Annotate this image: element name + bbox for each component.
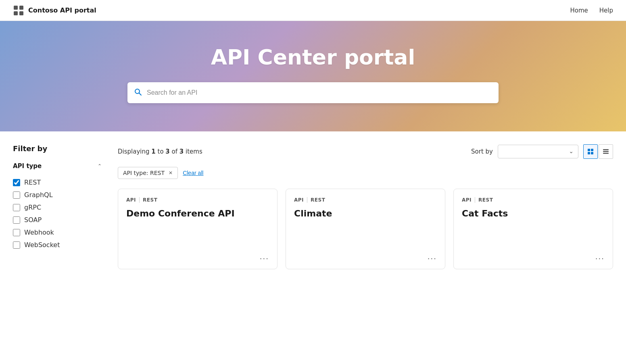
sort-label: Sort by: [471, 148, 493, 155]
api-card-catfacts-meta2: REST: [478, 197, 493, 203]
checkbox-soap[interactable]: [13, 216, 20, 224]
checkbox-webhook[interactable]: [13, 229, 20, 236]
results-to: 3: [165, 148, 169, 155]
api-card-catfacts-name: Cat Facts: [462, 208, 605, 248]
api-card-climate-meta2: REST: [311, 197, 325, 203]
filter-graphql[interactable]: GraphQL: [13, 191, 102, 199]
api-card-demo-name: Demo Conference API: [126, 208, 269, 248]
api-card-climate-footer: ...: [294, 248, 437, 261]
sort-select-wrapper: Name (A-Z) Name (Z-A) Newest Oldest: [498, 145, 578, 158]
grid-view-button[interactable]: [583, 144, 598, 159]
api-type-header: API type ⌃: [13, 162, 102, 173]
results-of-label: of: [172, 148, 179, 155]
api-card-climate[interactable]: API REST Climate ...: [286, 189, 445, 269]
brand-name: Contoso API portal: [28, 6, 96, 14]
api-card-catfacts-footer: ...: [462, 248, 605, 261]
svg-rect-6: [588, 149, 590, 151]
top-nav: Contoso API portal Home Help: [0, 0, 626, 21]
brand-icon: [13, 5, 24, 16]
api-card-catfacts-meta1: API: [462, 197, 472, 203]
collapse-icon[interactable]: ⌃: [98, 163, 102, 169]
nav-home[interactable]: Home: [570, 7, 588, 14]
results-header: Displaying 1 to 3 of 3 items Sort by Nam…: [118, 144, 613, 159]
api-card-demo-meta1: API: [126, 197, 136, 203]
checkbox-rest[interactable]: [13, 179, 20, 186]
search-icon: [134, 88, 142, 98]
filter-rest-label: REST: [24, 179, 41, 186]
filter-graphql-label: GraphQL: [24, 191, 53, 199]
svg-rect-9: [591, 152, 593, 154]
api-card-climate-divider: [307, 197, 307, 203]
checkbox-graphql[interactable]: [13, 191, 20, 199]
api-card-climate-menu[interactable]: ...: [428, 252, 437, 261]
search-box: [127, 82, 499, 103]
filter-tag-rest-label: API type: REST: [123, 170, 165, 176]
results-from: 1: [151, 148, 155, 155]
api-card-demo-menu[interactable]: ...: [260, 252, 269, 261]
api-card-demo-footer: ...: [126, 248, 269, 261]
api-type-title: API type: [13, 162, 42, 170]
svg-rect-2: [14, 11, 18, 15]
grid-view-icon: [587, 148, 594, 155]
filter-rest[interactable]: REST: [13, 179, 102, 186]
checkbox-websocket[interactable]: [13, 241, 20, 249]
svg-rect-7: [591, 149, 593, 151]
filter-tag-rest-close[interactable]: ✕: [169, 170, 173, 176]
api-cards-grid: API REST Demo Conference API ... API RES…: [118, 189, 613, 269]
sort-area: Sort by Name (A-Z) Name (Z-A) Newest Old…: [471, 144, 613, 159]
search-input[interactable]: [147, 89, 492, 96]
active-filters: API type: REST ✕ Clear all: [118, 167, 613, 179]
filter-webhook-label: Webhook: [24, 229, 54, 236]
sidebar: Filter by API type ⌃ REST GraphQL gRPC: [13, 144, 102, 249]
api-card-catfacts-meta: API REST: [462, 197, 605, 203]
api-card-climate-meta: API REST: [294, 197, 437, 203]
api-card-climate-name: Climate: [294, 208, 437, 248]
results-to-label: to: [158, 148, 166, 155]
hero-banner: API Center portal: [0, 21, 626, 131]
filter-tag-rest: API type: REST ✕: [118, 167, 178, 179]
filter-grpc[interactable]: gRPC: [13, 204, 102, 211]
checkbox-grpc[interactable]: [13, 204, 20, 211]
main-content: Filter by API type ⌃ REST GraphQL gRPC: [0, 131, 626, 282]
results-count: Displaying 1 to 3 of 3 items: [118, 148, 202, 155]
results-area: Displaying 1 to 3 of 3 items Sort by Nam…: [118, 144, 613, 269]
brand: Contoso API portal: [13, 5, 96, 16]
displaying-text: Displaying: [118, 148, 150, 155]
list-view-icon: [603, 148, 609, 155]
items-label: items: [186, 148, 202, 155]
filter-websocket-label: WebSocket: [24, 241, 60, 249]
api-card-catfacts-menu[interactable]: ...: [595, 252, 605, 261]
svg-rect-10: [603, 149, 609, 150]
svg-line-5: [139, 93, 142, 95]
filter-grpc-label: gRPC: [24, 204, 41, 211]
api-type-options: REST GraphQL gRPC SOAP Webhook: [13, 179, 102, 249]
clear-all-button[interactable]: Clear all: [183, 170, 203, 176]
api-card-climate-meta1: API: [294, 197, 304, 203]
api-card-cat-facts[interactable]: API REST Cat Facts ...: [453, 189, 613, 269]
api-card-demo-meta: API REST: [126, 197, 269, 203]
api-card-demo-meta2: REST: [143, 197, 157, 203]
hero-title: API Center portal: [13, 45, 613, 69]
nav-links: Home Help: [570, 7, 613, 14]
svg-rect-11: [603, 151, 609, 152]
filter-soap[interactable]: SOAP: [13, 216, 102, 224]
api-card-demo-conference[interactable]: API REST Demo Conference API ...: [118, 189, 278, 269]
svg-rect-1: [19, 6, 23, 10]
api-type-section: API type ⌃ REST GraphQL gRPC: [13, 162, 102, 249]
api-card-demo-divider: [139, 197, 140, 203]
nav-help[interactable]: Help: [599, 7, 613, 14]
svg-rect-3: [19, 11, 23, 15]
svg-rect-8: [588, 152, 590, 154]
view-toggle: [583, 144, 613, 159]
list-view-button[interactable]: [599, 144, 613, 159]
svg-rect-12: [603, 153, 609, 154]
filter-websocket[interactable]: WebSocket: [13, 241, 102, 249]
filter-by-label: Filter by: [13, 144, 102, 153]
filter-soap-label: SOAP: [24, 216, 42, 224]
results-total: 3: [179, 148, 184, 155]
sort-select[interactable]: Name (A-Z) Name (Z-A) Newest Oldest: [498, 145, 578, 158]
filter-webhook[interactable]: Webhook: [13, 229, 102, 236]
api-card-catfacts-divider: [475, 197, 475, 203]
svg-rect-0: [14, 6, 18, 10]
